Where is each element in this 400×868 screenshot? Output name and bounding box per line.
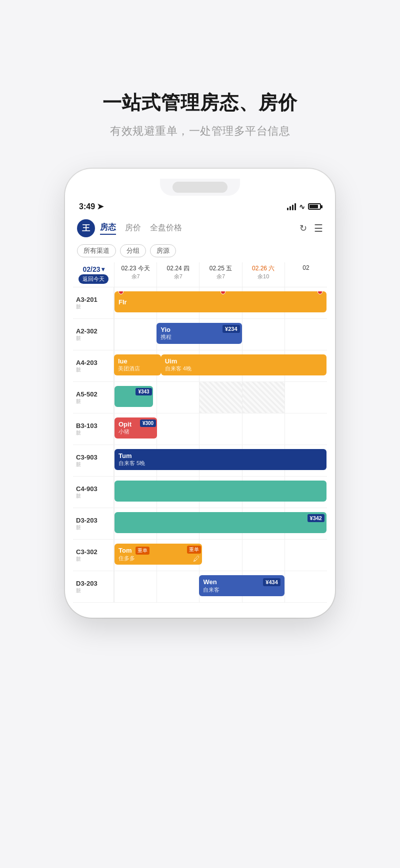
room-cells-b3-103: Opit 小猪 ¥300 xyxy=(114,413,327,445)
date-header: 02/23 ▾ 返回今天 02.23 今天 余7 02.24 四 余7 02.2… xyxy=(73,262,327,287)
room-cells-c3-903: Tum 自来客 5晚 xyxy=(114,445,327,476)
booking-uim[interactable]: Uim 自来客 4晚 xyxy=(161,354,326,375)
room-label-a2-302: A2-302 脏 xyxy=(73,319,114,350)
tabs: 房态 房价 全盘价格 xyxy=(100,222,300,235)
duplicate-badge-2: 重单 xyxy=(187,546,201,554)
battery-icon xyxy=(308,203,321,210)
booking-source-uim: 自来客 4晚 xyxy=(165,365,322,372)
booking-price-d3-203: ¥342 xyxy=(308,514,324,522)
booking-tom[interactable]: Tom 重单 住多多 重单 🖊 xyxy=(114,544,202,565)
booking-source-opit: 小猪 xyxy=(118,428,153,436)
booking-name-uim: Uim xyxy=(165,357,322,365)
error-dot-1 xyxy=(220,291,226,294)
date-day-4: 02 xyxy=(286,264,326,271)
date-col-4: 02 xyxy=(284,262,327,287)
tab-full-price[interactable]: 全盘价格 xyxy=(150,223,182,234)
booking-source-yio: 携程 xyxy=(160,333,238,341)
room-row-c3-302: C3-302 脏 Tom 重单 住多多 xyxy=(73,540,327,571)
booking-price-a5-502: ¥343 xyxy=(136,388,152,395)
status-icons: ∿ xyxy=(287,203,321,211)
booking-price-yio: ¥234 xyxy=(222,325,240,333)
room-label-c3-903: C3-903 脏 xyxy=(73,445,114,476)
room-cells-c4-903 xyxy=(114,477,327,508)
room-label-c3-302: C3-302 脏 xyxy=(73,540,114,571)
booking-price-opit: ¥300 xyxy=(140,419,156,427)
booking-yio[interactable]: Yio 携程 ¥234 xyxy=(156,323,242,344)
filter-group[interactable]: 分组 xyxy=(120,244,146,257)
date-remaining-3: 余10 xyxy=(244,273,284,280)
booking-fir[interactable]: FIr xyxy=(114,291,326,312)
booking-logo-tom: 🖊 xyxy=(193,555,200,563)
signal-icon xyxy=(287,203,296,210)
room-cells-c3-302: Tom 重单 住多多 重单 🖊 xyxy=(114,540,327,571)
date-col-3: 02.26 六 余10 xyxy=(242,262,284,287)
room-row-a3-201: A3-201 脏 FIr xyxy=(73,287,327,319)
room-row-b3-103: B3-103 脏 Opit 小猪 ¥300 xyxy=(73,413,327,445)
error-dot-0 xyxy=(118,291,124,294)
room-row-d3-203b: D3-203 脏 Wen ¥434 自来客 xyxy=(73,571,327,603)
room-row-a4-203: A4-203 脏 lue 美团酒店 Uim xyxy=(73,350,327,382)
status-bar: 3:49 ➤ ∿ xyxy=(65,200,335,215)
tab-room-status[interactable]: 房态 xyxy=(100,222,116,235)
date-remaining-1: 余7 xyxy=(158,273,198,280)
filter-all-channels[interactable]: 所有渠道 xyxy=(77,244,116,257)
hero-title: 一站式管理房态、房价 xyxy=(102,90,298,116)
room-cells-a4-203: lue 美团酒店 Uim 自来客 4晚 xyxy=(114,350,327,381)
duplicate-badge-1: 重单 xyxy=(136,547,150,555)
booking-tum[interactable]: Tum 自来客 5晚 xyxy=(114,449,326,470)
room-label-d3-203b: D3-203 脏 xyxy=(73,571,114,602)
room-cells-d3-203: ¥342 xyxy=(114,508,327,539)
room-cells-a5-502: ¥343 xyxy=(114,382,327,413)
room-label-b3-103: B3-103 脏 xyxy=(73,413,114,445)
booking-c4-903-teal[interactable] xyxy=(114,481,326,502)
date-day-0: 02.23 今天 xyxy=(116,264,156,273)
room-row-d3-203: D3-203 脏 ¥342 xyxy=(73,508,327,540)
date-cell-current[interactable]: 02/23 ▾ 返回今天 xyxy=(73,262,114,287)
date-remaining-2: 余7 xyxy=(200,273,240,280)
room-cells-a2-302: Yio 携程 ¥234 xyxy=(114,319,327,350)
booking-name-tom: Tom xyxy=(118,547,132,554)
room-label-a3-201: A3-201 脏 xyxy=(73,287,114,318)
menu-icon[interactable]: ☰ xyxy=(314,222,323,234)
room-label-a4-203: A4-203 脏 xyxy=(73,350,114,381)
booking-opit[interactable]: Opit 小猪 ¥300 xyxy=(114,417,157,439)
refresh-icon[interactable]: ↻ xyxy=(300,223,307,234)
phone-frame: 3:49 ➤ ∿ 王 房态 房价 全盘价格 ↻ xyxy=(65,169,335,618)
avatar[interactable]: 王 xyxy=(77,219,95,237)
error-dot-2 xyxy=(318,291,322,294)
hero-subtitle: 有效规避重单，一处管理多平台信息 xyxy=(110,124,290,139)
room-cells-a3-201: FIr xyxy=(114,287,327,318)
date-day-2: 02.25 五 xyxy=(200,264,240,273)
booking-lue[interactable]: lue 美团酒店 xyxy=(114,354,161,375)
date-col-1: 02.24 四 余7 xyxy=(156,262,199,287)
room-label-c4-903: C4-903 脏 xyxy=(73,477,114,508)
date-day-3: 02.26 六 xyxy=(244,264,284,273)
wifi-icon: ∿ xyxy=(299,203,305,211)
booking-name-lue: lue xyxy=(118,357,157,365)
booking-a5-502-teal[interactable]: ¥343 xyxy=(114,386,153,407)
booking-source-wen: 自来客 xyxy=(203,586,280,594)
booking-price-wen: ¥434 xyxy=(263,578,280,586)
booking-wen[interactable]: Wen ¥434 自来客 xyxy=(199,575,284,596)
notch-pill xyxy=(172,182,228,193)
date-col-0: 02.23 今天 余7 xyxy=(114,262,156,287)
room-cells-d3-203b: Wen ¥434 自来客 xyxy=(114,571,327,602)
today-button[interactable]: 返回今天 xyxy=(78,274,108,284)
booking-d3-203-teal[interactable]: ¥342 xyxy=(114,512,326,533)
booking-source-tom: 住多多 xyxy=(118,555,198,562)
date-day-1: 02.24 四 xyxy=(158,264,198,273)
filter-room-source[interactable]: 房源 xyxy=(150,244,176,257)
booking-source-tum: 自来客 5晚 xyxy=(118,460,322,467)
date-col-2: 02.25 五 余7 xyxy=(199,262,242,287)
room-row-a5-502: A5-502 脏 ¥343 xyxy=(73,382,327,413)
calendar-container: 02/23 ▾ 返回今天 02.23 今天 余7 02.24 四 余7 02.2… xyxy=(73,262,327,603)
tab-bar: 王 房态 房价 全盘价格 ↻ ☰ xyxy=(73,215,327,242)
current-date-label: 02/23 ▾ xyxy=(82,265,104,273)
tab-room-price[interactable]: 房价 xyxy=(125,223,141,234)
room-row-c3-903: C3-903 脏 Tum 自来客 5晚 xyxy=(73,445,327,477)
booking-name-wen: Wen xyxy=(203,578,216,586)
status-time: 3:49 ➤ xyxy=(79,202,104,211)
filter-bar: 所有渠道 分组 房源 xyxy=(73,242,327,262)
app-content: 王 房态 房价 全盘价格 ↻ ☰ 所有渠道 分组 房源 02/23 ▾ xyxy=(65,215,335,603)
room-row-c4-903: C4-903 脏 xyxy=(73,477,327,508)
